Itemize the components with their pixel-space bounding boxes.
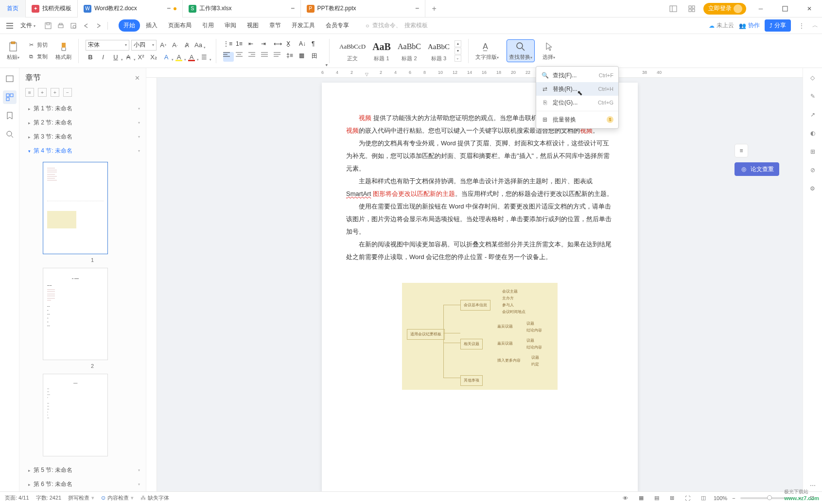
- zoom-out-icon[interactable]: −: [732, 495, 735, 501]
- tab-ppt[interactable]: P PPT教程2.pptx ━: [301, 0, 425, 17]
- dropdown-goto[interactable]: ⎘ 定位(G)... Ctrl+G: [536, 96, 618, 109]
- number-list-icon[interactable]: 1≡▾: [236, 40, 246, 50]
- align-justify-icon[interactable]: [261, 52, 272, 62]
- superscript-button[interactable]: X²: [136, 52, 146, 62]
- strike-button[interactable]: A▾: [123, 52, 133, 62]
- missing-font[interactable]: ⁂ 缺失字体: [140, 494, 169, 502]
- bullet-list-icon[interactable]: ⋮≡▾: [223, 40, 234, 50]
- cloud-status[interactable]: ☁未上云: [709, 21, 734, 30]
- align-center-icon[interactable]: [236, 52, 246, 62]
- more-icon[interactable]: ▾: [138, 121, 140, 125]
- nav-tool-4[interactable]: −: [63, 88, 72, 97]
- indent-marker-icon[interactable]: ▽: [365, 72, 368, 77]
- select-button[interactable]: 选择▾: [542, 41, 555, 61]
- web-view-icon[interactable]: ▤: [651, 493, 662, 503]
- style-prev-icon[interactable]: ▴: [455, 40, 461, 47]
- search-panel-icon[interactable]: [3, 127, 17, 141]
- close-icon[interactable]: ━: [416, 5, 419, 12]
- char-scale-icon[interactable]: X̱▾: [286, 40, 297, 50]
- bold-button[interactable]: B: [86, 52, 95, 62]
- style-gallery[interactable]: AaBbCcD正文 AaB标题 1 AaBbC标题 2 AaBbC标题 3 ▴ …: [336, 38, 461, 63]
- zoom-in-icon[interactable]: +: [799, 495, 802, 501]
- nav-section-5[interactable]: ▸第 5 节: 未命名▾: [23, 463, 142, 477]
- nav-tool-3[interactable]: +: [51, 88, 59, 97]
- nav-section-3[interactable]: ▸第 3 节: 未命名▾: [23, 130, 142, 144]
- dropdown-batch-replace[interactable]: ⊞ 批量替换 $: [536, 113, 618, 126]
- paragraph[interactable]: 主题和样式也有助于文档保持协调。当您单击设计并选择新的主题时，图片、图表或 Sm…: [346, 175, 613, 200]
- text-effect-button[interactable]: A▾: [161, 52, 171, 62]
- line-spacing-icon[interactable]: ‡≡▾: [286, 52, 297, 62]
- outline-view-icon[interactable]: ⊞: [667, 493, 678, 503]
- word-count[interactable]: 字数: 2421: [36, 494, 62, 502]
- dropdown-replace[interactable]: ⇄ 替换(R)... Ctrl+H: [536, 82, 618, 96]
- rightrail-icon-4[interactable]: ◐: [807, 127, 819, 139]
- menu-dev[interactable]: 开发工具: [287, 19, 320, 32]
- menu-member[interactable]: 会员专享: [321, 19, 354, 32]
- undo-icon[interactable]: [80, 20, 92, 32]
- menu-section[interactable]: 章节: [264, 19, 286, 32]
- more-icon[interactable]: ▾: [138, 468, 140, 472]
- show-marks-icon[interactable]: ¶▾: [312, 40, 322, 50]
- page-thumbnail-3[interactable]: ━━━━ ━━━━━━━━━━━━━━━━━━: [43, 374, 108, 456]
- tab-excel[interactable]: S 工作簿3.xlsx ━: [183, 0, 301, 17]
- borders-icon[interactable]: 田▾: [312, 52, 322, 62]
- share-button[interactable]: ⤴分享: [765, 19, 791, 32]
- italic-button[interactable]: I: [98, 52, 108, 62]
- font-size-combo[interactable]: 小四▾: [131, 40, 157, 51]
- format-painter-button[interactable]: 格式刷: [55, 41, 71, 61]
- char-shading-button[interactable]: ☰▾: [199, 52, 209, 62]
- zoom-handle[interactable]: [767, 495, 772, 500]
- text-layout-button[interactable]: A̲ 文字排版▾: [475, 41, 499, 61]
- clear-format-icon[interactable]: A̷: [182, 40, 192, 50]
- zoom-value[interactable]: 100%: [714, 495, 727, 501]
- style-h2[interactable]: AaBbC标题 2: [395, 38, 424, 63]
- thesis-check-button[interactable]: ◎ 论文查重: [735, 162, 779, 176]
- spell-check-toggle[interactable]: 拼写检查 ▾: [68, 494, 94, 502]
- menu-view[interactable]: 视图: [242, 19, 263, 32]
- rightrail-icon-3[interactable]: ↗: [807, 109, 819, 121]
- increase-font-icon[interactable]: A+: [158, 40, 168, 50]
- print-preview-icon[interactable]: [68, 20, 79, 32]
- nav-section-2[interactable]: ▸第 2 节: 未命名▾: [23, 116, 142, 130]
- rightrail-icon-2[interactable]: ✎: [807, 90, 819, 102]
- change-case-icon[interactable]: Aa▾: [193, 40, 203, 50]
- dropdown-find[interactable]: 🔍 查找(F)... Ctrl+F: [536, 69, 618, 82]
- rightrail-icon-1[interactable]: ◇: [807, 72, 819, 84]
- menu-references[interactable]: 引用: [197, 19, 219, 32]
- tab-stops-icon[interactable]: ⟷▾: [274, 40, 284, 50]
- outline-icon[interactable]: [3, 72, 17, 86]
- close-button[interactable]: ✕: [800, 0, 819, 17]
- minimize-button[interactable]: ─: [751, 0, 770, 17]
- paragraph[interactable]: 使用在需要位置出现的新按钮在 Word 中保存时间。若要更改图片适应文档的方式，…: [346, 200, 613, 238]
- page-thumbnail-1[interactable]: ━━━━━━━━━━━━━━━━━━━━━━━━━━━━━━━━━━━━━━━━…: [43, 162, 108, 254]
- file-menu[interactable]: 文件 ▾: [17, 21, 38, 30]
- fit-page-icon[interactable]: ⊡: [806, 493, 817, 503]
- page-indicator[interactable]: 页面: 4/11: [5, 494, 29, 502]
- decrease-indent-icon[interactable]: ⇤: [248, 40, 259, 50]
- style-body[interactable]: AaBbCcD正文: [336, 38, 368, 63]
- menu-insert[interactable]: 插入: [141, 19, 162, 32]
- highlight-button[interactable]: A▾: [174, 52, 184, 62]
- nav-section-4[interactable]: ▾第 4 节: 未命名▾: [23, 144, 142, 158]
- zoom-slider[interactable]: [740, 497, 794, 499]
- decrease-font-icon[interactable]: A-: [170, 40, 180, 50]
- shading-icon[interactable]: ▦▾: [299, 52, 310, 62]
- rightrail-icon-5[interactable]: ⊞: [807, 146, 819, 157]
- more-icon[interactable]: ▾: [138, 106, 140, 111]
- login-button[interactable]: 立即登录: [703, 3, 746, 15]
- more-icon[interactable]: ⋮: [796, 22, 807, 29]
- hamburger-icon[interactable]: [4, 20, 16, 32]
- close-panel-icon[interactable]: ✕: [135, 74, 140, 82]
- reading-mode-icon[interactable]: [666, 2, 680, 16]
- embedded-diagram[interactable]: 通用会议纪要模板 会议基本信息 会议主题 主办方 参与人 会议时间地点 相关议题…: [402, 283, 558, 390]
- more-icon[interactable]: ▾: [138, 135, 140, 139]
- paragraph[interactable]: 在新的阅读视图中阅读更加容易。可以折叠文档某些部分并关注所需文本。如果在达到结尾…: [346, 238, 613, 263]
- paragraph[interactable]: 为使您的文档具有专业外观，Word 提供了页眉、页脚、封面和文本框设计，这些设计…: [346, 137, 613, 175]
- sort-icon[interactable]: A↓: [299, 40, 310, 50]
- style-h1[interactable]: AaB标题 1: [369, 38, 394, 63]
- more-icon[interactable]: ▾: [138, 149, 140, 153]
- thumbnails-icon[interactable]: [3, 90, 17, 104]
- tab-docer[interactable]: ✦ 找稻壳模板: [26, 0, 78, 17]
- command-search[interactable]: ○ 查找命令、 搜索模板: [366, 21, 427, 30]
- vertical-ruler[interactable]: [146, 78, 157, 491]
